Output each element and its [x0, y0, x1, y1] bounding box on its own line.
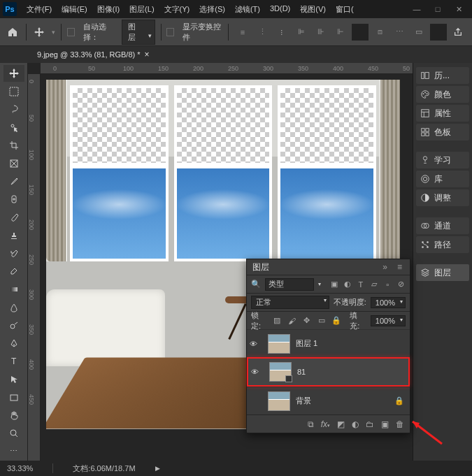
- path-select-tool[interactable]: [3, 371, 24, 388]
- opacity-value[interactable]: 100%: [371, 297, 406, 308]
- rectangle-tool[interactable]: [3, 389, 24, 406]
- panel-tab-color[interactable]: 颜色: [416, 86, 469, 103]
- panel-tab-adjustments[interactable]: 调整: [416, 189, 469, 206]
- filter-toggle-icon[interactable]: ⊘: [396, 279, 406, 290]
- gradient-tool[interactable]: [3, 281, 24, 298]
- layer-thumbnail[interactable]: [269, 362, 292, 382]
- layer-item[interactable]: 👁 图层 1: [247, 329, 410, 357]
- panel-tab-swatches[interactable]: 色板: [416, 124, 469, 140]
- filter-shape-icon[interactable]: ▱: [370, 279, 379, 290]
- menu-select[interactable]: 选择(S): [195, 1, 229, 17]
- brush-tool[interactable]: [3, 209, 24, 226]
- lock-icon[interactable]: 🔒: [394, 396, 404, 405]
- layer-name[interactable]: 背景: [296, 396, 389, 406]
- share-icon[interactable]: [450, 24, 466, 41]
- type-tool[interactable]: T: [3, 353, 24, 370]
- lock-position-icon[interactable]: ✥: [301, 315, 312, 326]
- new-adjustment-icon[interactable]: ◐: [352, 419, 359, 429]
- layer-thumbnail[interactable]: [268, 334, 290, 354]
- eyedropper-tool[interactable]: [3, 173, 24, 190]
- blur-tool[interactable]: [3, 299, 24, 316]
- dodge-tool[interactable]: [3, 317, 24, 334]
- layer-name[interactable]: 图层 1: [296, 338, 404, 349]
- align-bot-icon[interactable]: ⫶: [273, 24, 290, 41]
- panel-tab-paths[interactable]: 路径: [416, 236, 469, 253]
- document-tab-close-icon[interactable]: ×: [145, 50, 150, 59]
- menu-3d[interactable]: 3D(D): [266, 1, 294, 17]
- filter-type-icon[interactable]: T: [356, 279, 365, 290]
- distribute-v-icon[interactable]: ⊩: [332, 24, 349, 41]
- delete-layer-icon[interactable]: 🗑: [396, 419, 404, 429]
- menu-view[interactable]: 视图(V): [296, 1, 330, 17]
- align-top-icon[interactable]: ≡: [234, 24, 251, 41]
- more-align-icon[interactable]: ⋯: [391, 24, 408, 41]
- crop-tool[interactable]: [3, 137, 24, 154]
- filter-smart-icon[interactable]: ▫: [383, 279, 392, 290]
- layer-item[interactable]: 👁 81: [247, 357, 410, 387]
- blend-mode-dropdown[interactable]: 正常: [251, 296, 329, 309]
- visibility-toggle-icon[interactable]: 👁: [250, 340, 262, 348]
- lasso-tool[interactable]: [3, 101, 24, 118]
- panel-tab-libraries[interactable]: 库: [416, 171, 469, 187]
- panel-tab-history[interactable]: 历...: [416, 67, 469, 84]
- history-brush-tool[interactable]: [3, 245, 24, 262]
- distribute-h-icon[interactable]: ⊪: [313, 24, 329, 41]
- move-tool-icon[interactable]: [32, 24, 47, 41]
- lock-all-icon[interactable]: 🔒: [331, 315, 341, 326]
- lock-pixels-icon[interactable]: 🖌: [287, 315, 297, 326]
- menu-filter[interactable]: 滤镜(T): [231, 1, 264, 17]
- new-group-icon[interactable]: 🗀: [366, 419, 374, 429]
- layers-panel-header[interactable]: 图层 » ≡: [247, 259, 410, 275]
- layer-fx-icon[interactable]: fx▾: [321, 419, 330, 429]
- new-layer-icon[interactable]: ▣: [381, 419, 389, 429]
- maximize-button[interactable]: □: [427, 2, 448, 16]
- quick-select-tool[interactable]: [3, 119, 24, 136]
- menu-file[interactable]: 文件(F): [22, 1, 56, 17]
- link-layers-icon[interactable]: ⧉: [308, 419, 314, 429]
- edit-toolbar-icon[interactable]: ⋯: [3, 443, 24, 460]
- ruler-horizontal[interactable]: 0 50 100 150 200 250 300 350 400 450 50: [41, 63, 413, 74]
- panel-menu-icon[interactable]: ≡: [395, 262, 404, 272]
- pen-tool[interactable]: [3, 335, 24, 352]
- fill-value[interactable]: 100%: [371, 315, 406, 326]
- collapse-panel-icon[interactable]: »: [380, 262, 389, 272]
- stamp-tool[interactable]: [3, 227, 24, 244]
- move-tool[interactable]: [3, 65, 24, 82]
- layer-name[interactable]: 81: [297, 368, 403, 376]
- auto-select-dropdown[interactable]: 图层: [122, 20, 155, 45]
- auto-select-checkbox[interactable]: [67, 28, 75, 36]
- panel-tab-learn[interactable]: 学习: [416, 152, 469, 168]
- zoom-tool[interactable]: [3, 425, 24, 442]
- healing-tool[interactable]: [3, 191, 24, 208]
- panel-tab-channels[interactable]: 通道: [416, 217, 469, 234]
- align-mid-icon[interactable]: ⋮: [254, 24, 271, 41]
- menu-window[interactable]: 窗口(: [331, 1, 358, 17]
- menu-edit[interactable]: 编辑(E): [57, 1, 92, 17]
- align-left-icon[interactable]: ⊫: [293, 24, 310, 41]
- frame-tool[interactable]: [3, 155, 24, 172]
- status-flyout-icon[interactable]: ▶: [155, 465, 160, 472]
- layer-item[interactable]: 背景 🔒: [247, 387, 410, 414]
- menu-image[interactable]: 图像(I): [93, 1, 124, 17]
- eraser-tool[interactable]: [3, 263, 24, 280]
- minimize-button[interactable]: —: [406, 2, 427, 16]
- panel-tab-properties[interactable]: 属性: [416, 105, 469, 122]
- lock-artboard-icon[interactable]: ▭: [316, 315, 327, 326]
- visibility-toggle-icon[interactable]: 👁: [251, 368, 264, 376]
- home-button[interactable]: [6, 24, 20, 41]
- ruler-vertical[interactable]: 0 50 100 150 200 250 300 350 400 450: [28, 74, 41, 461]
- menu-type[interactable]: 文字(Y): [160, 1, 194, 17]
- document-tab[interactable]: 9.jpeg @ 33.3% (81, RGB/8) * ×: [31, 47, 155, 62]
- close-button[interactable]: ✕: [448, 2, 469, 16]
- menu-layer[interactable]: 图层(L): [125, 1, 158, 17]
- show-transform-checkbox[interactable]: [166, 28, 174, 36]
- filter-adjust-icon[interactable]: ◐: [343, 279, 352, 290]
- panel-tab-layers[interactable]: 图层: [416, 264, 469, 281]
- arrange-icon[interactable]: ▭: [410, 24, 427, 41]
- zoom-level[interactable]: 33.33%: [7, 464, 33, 473]
- hand-tool[interactable]: [3, 408, 24, 424]
- layer-thumbnail[interactable]: [268, 391, 290, 411]
- marquee-tool[interactable]: [3, 83, 24, 100]
- layer-filter-input[interactable]: [265, 278, 314, 291]
- lock-trans-icon[interactable]: ▨: [272, 315, 283, 326]
